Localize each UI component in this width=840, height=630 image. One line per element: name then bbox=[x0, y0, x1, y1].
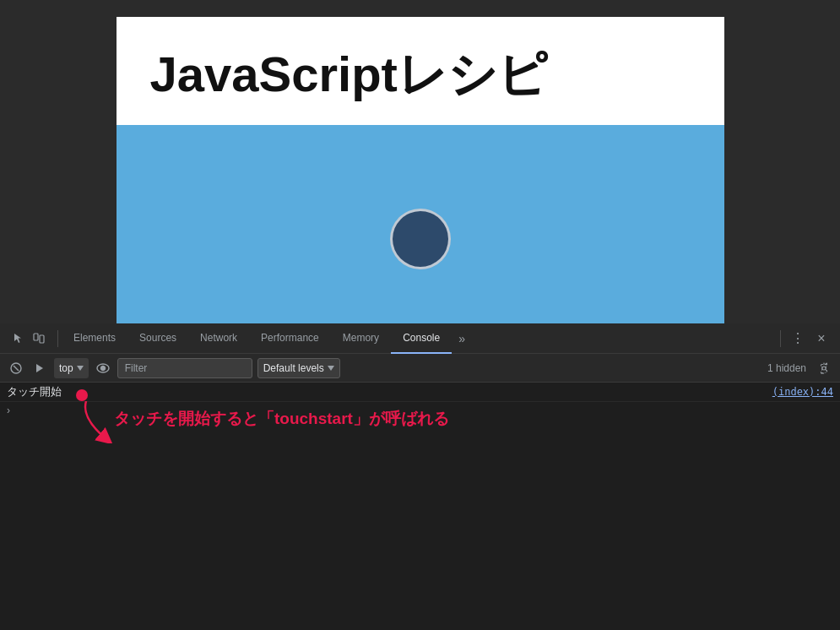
browser-viewport: JavaScriptレシピ bbox=[0, 0, 840, 323]
hidden-count: 1 hidden bbox=[767, 362, 810, 374]
tab-sources[interactable]: Sources bbox=[127, 323, 188, 354]
inspector-icon[interactable] bbox=[10, 330, 27, 347]
svg-line-3 bbox=[14, 366, 19, 371]
device-mode-icon[interactable] bbox=[30, 330, 47, 347]
devtools-tabs-bar: Elements Sources Network Performance Mem… bbox=[0, 323, 840, 354]
run-script-button[interactable] bbox=[30, 359, 49, 377]
console-content: タッチ開始 (index):44 › bbox=[0, 383, 840, 630]
console-log-source[interactable]: (index):44 bbox=[772, 386, 833, 398]
tab-more[interactable]: » bbox=[452, 323, 472, 354]
tab-elements[interactable]: Elements bbox=[62, 323, 127, 354]
eye-button[interactable] bbox=[94, 359, 112, 377]
devtools-left-icons bbox=[3, 330, 54, 347]
tab-console[interactable]: Console bbox=[391, 323, 452, 354]
app-container: JavaScriptレシピ bbox=[0, 0, 840, 630]
console-settings-button[interactable] bbox=[815, 359, 833, 377]
svg-marker-4 bbox=[36, 364, 43, 372]
clear-console-button[interactable] bbox=[7, 359, 25, 377]
page-title-area: JavaScriptレシピ bbox=[117, 17, 724, 125]
context-selector[interactable]: top bbox=[54, 358, 89, 378]
tab-memory[interactable]: Memory bbox=[331, 323, 391, 354]
console-chevron-icon: › bbox=[7, 405, 10, 416]
console-log-row: タッチ開始 (index):44 bbox=[0, 383, 840, 402]
devtools-panel: Elements Sources Network Performance Mem… bbox=[0, 323, 840, 630]
page-blue-area bbox=[117, 125, 724, 323]
tab-network[interactable]: Network bbox=[188, 323, 249, 354]
page-title: JavaScriptレシピ bbox=[150, 42, 691, 108]
default-levels-dropdown[interactable]: Default levels bbox=[257, 358, 340, 378]
page-area: JavaScriptレシピ bbox=[117, 17, 724, 323]
svg-rect-1 bbox=[40, 335, 44, 343]
close-devtools-button[interactable]: × bbox=[811, 329, 832, 349]
more-options-button[interactable]: ⋮ bbox=[788, 329, 808, 349]
circle-element bbox=[390, 209, 451, 269]
filter-input[interactable] bbox=[117, 358, 252, 378]
svg-rect-0 bbox=[34, 334, 38, 340]
actions-separator bbox=[780, 330, 781, 347]
tab-performance[interactable]: Performance bbox=[249, 323, 331, 354]
svg-point-6 bbox=[100, 366, 105, 370]
console-log-text: タッチ開始 bbox=[7, 384, 772, 399]
console-toolbar: top Default levels 1 hidden bbox=[0, 354, 840, 383]
console-prompt: › bbox=[0, 402, 840, 419]
tab-separator bbox=[57, 330, 58, 347]
devtools-actions: ⋮ × bbox=[777, 329, 837, 349]
